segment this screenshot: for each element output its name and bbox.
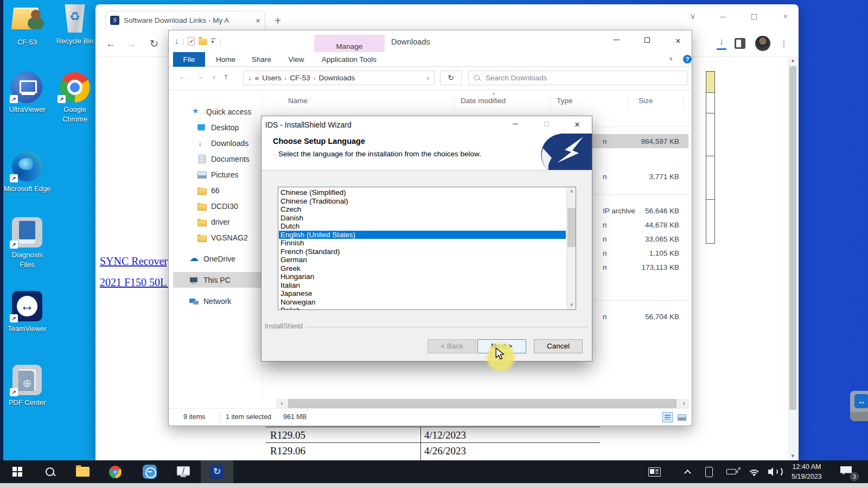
taskbar-installer-button-active[interactable]: ↻ bbox=[201, 460, 233, 483]
sidebar-item-quick-access[interactable]: Quick access bbox=[173, 104, 261, 119]
sidebar-item-desktop[interactable]: Desktop bbox=[173, 119, 261, 135]
downloads-tray-icon[interactable]: ↓ bbox=[714, 36, 729, 50]
language-option[interactable]: Hungarian bbox=[279, 272, 566, 281]
language-listbox[interactable]: Chinese (Simplified)Chinese (Traditional… bbox=[278, 187, 576, 310]
nav-up-icon[interactable]: ↑ bbox=[224, 72, 228, 81]
details-view-button[interactable] bbox=[662, 412, 673, 422]
explorer-close-button[interactable]: × bbox=[672, 35, 685, 47]
scroll-up-icon[interactable]: ∧ bbox=[567, 187, 576, 196]
column-header-type[interactable]: Type bbox=[557, 97, 572, 105]
dialog-minimize-button[interactable] bbox=[508, 119, 522, 130]
language-option[interactable]: Italian bbox=[279, 281, 566, 290]
desktop-icon-pdf[interactable]: ↗PDF Center bbox=[3, 365, 51, 408]
desktop-icon-teamviewer[interactable]: ↗TeamViewer bbox=[3, 291, 51, 334]
language-option[interactable]: Finnish bbox=[279, 239, 566, 248]
address-dropdown-icon[interactable]: ∨ bbox=[426, 75, 430, 81]
language-option[interactable]: Chinese (Simplified) bbox=[279, 188, 566, 197]
language-option[interactable]: Czech bbox=[279, 205, 566, 214]
notification-center-button[interactable]: 3 bbox=[837, 460, 860, 483]
sidebar-item-downloads[interactable]: Downloads bbox=[173, 135, 261, 151]
browser-menu-icon[interactable]: ⋮ bbox=[779, 36, 789, 52]
language-option[interactable]: Greek bbox=[279, 264, 566, 273]
properties-icon[interactable] bbox=[188, 37, 195, 46]
tab-close-icon[interactable]: × bbox=[256, 16, 260, 25]
refresh-button[interactable]: ↻ bbox=[440, 71, 462, 85]
side-panel-icon[interactable] bbox=[735, 38, 745, 49]
help-icon[interactable]: ? bbox=[683, 55, 692, 64]
browser-scrollbar[interactable]: ▲ ▼ bbox=[788, 56, 798, 460]
scrollbar-thumb[interactable] bbox=[288, 399, 676, 409]
browser-minimize-button[interactable] bbox=[716, 10, 730, 23]
nav-back-icon[interactable]: ← bbox=[178, 72, 187, 81]
new-folder-icon[interactable] bbox=[199, 39, 207, 45]
tab-share[interactable]: Share bbox=[246, 52, 277, 67]
cancel-button[interactable]: Cancel bbox=[534, 339, 583, 353]
breadcrumb-downloads[interactable]: Downloads bbox=[318, 74, 355, 82]
sidebar-item-documents[interactable]: Documents bbox=[173, 151, 261, 167]
scroll-down-icon[interactable]: ▼ bbox=[788, 452, 798, 460]
language-option[interactable]: Chinese (Traditional) bbox=[279, 197, 566, 206]
sidebar-item-66[interactable]: 66 bbox=[173, 182, 261, 198]
scrollbar-thumb[interactable] bbox=[567, 208, 576, 247]
profile-avatar[interactable] bbox=[755, 36, 770, 51]
language-option[interactable]: Polish bbox=[279, 306, 566, 310]
page-link[interactable]: 2021 F150 50L I bbox=[100, 276, 173, 289]
breadcrumb-users[interactable]: Users bbox=[262, 74, 281, 82]
column-header-date-modified[interactable]: Date modified bbox=[461, 97, 506, 105]
tray-overflow-button[interactable] bbox=[679, 460, 695, 483]
teamviewer-mini-panel[interactable] bbox=[850, 391, 868, 421]
new-tab-button[interactable]: + bbox=[275, 14, 281, 27]
sidebar-item-onedrive[interactable]: OneDrive bbox=[173, 251, 261, 267]
desktop-icon-ultraviewer[interactable]: ↗UltraViewer bbox=[3, 72, 51, 115]
volume-icon[interactable] bbox=[765, 460, 783, 483]
taskbar-file-explorer-button[interactable] bbox=[66, 460, 99, 483]
desktop-icon-cf53[interactable]: CF-53 bbox=[3, 4, 51, 47]
forward-icon[interactable]: → bbox=[124, 36, 139, 52]
battery-status-icon[interactable] bbox=[722, 460, 741, 483]
tab-search-chevron-icon[interactable]: ∨ bbox=[686, 10, 700, 23]
browser-tab[interactable]: S Software Download Links - My A × bbox=[105, 11, 265, 29]
scroll-up-icon[interactable]: ▲ bbox=[788, 56, 798, 65]
ribbon-collapse-icon[interactable]: ∨ bbox=[669, 55, 673, 61]
desktop-icon-edge[interactable]: ↗Microsoft Edge bbox=[3, 151, 51, 194]
nav-forward-icon[interactable]: → bbox=[196, 72, 204, 81]
scroll-down-icon[interactable]: ∨ bbox=[567, 301, 576, 309]
tab-view[interactable]: View bbox=[282, 52, 311, 67]
news-widget-button[interactable] bbox=[643, 460, 665, 483]
language-option[interactable]: Danish bbox=[279, 214, 566, 223]
breadcrumb-cf53[interactable]: CF-53 bbox=[290, 74, 310, 82]
desktop-icon-diagnosis[interactable]: ↗Diagnosis Files bbox=[3, 217, 51, 269]
search-input[interactable]: Search Downloads bbox=[468, 71, 687, 85]
back-icon[interactable]: ← bbox=[103, 36, 118, 52]
desktop-icon-chrome[interactable]: ↗Google Chrome bbox=[51, 72, 99, 124]
explorer-maximize-button[interactable] bbox=[641, 35, 654, 47]
scroll-right-icon[interactable]: › bbox=[678, 399, 690, 409]
sidebar-item-dcdi30[interactable]: DCDI30 bbox=[173, 198, 261, 214]
column-header-name[interactable]: Name bbox=[288, 97, 308, 105]
browser-close-button[interactable]: × bbox=[778, 10, 793, 23]
sidebar-item-driver[interactable]: driver bbox=[173, 214, 261, 230]
downloads-folder-icon[interactable]: ↓ bbox=[174, 36, 178, 46]
scroll-left-icon[interactable]: ‹ bbox=[276, 399, 288, 409]
language-option[interactable]: French (Standard) bbox=[279, 248, 566, 256]
sidebar-item-network[interactable]: Network bbox=[173, 293, 261, 309]
sidebar-item-vgsnag2[interactable]: VGSNAG2 bbox=[173, 230, 261, 245]
language-option[interactable]: Norwegian bbox=[279, 298, 566, 307]
language-option[interactable]: Japanese bbox=[279, 289, 566, 298]
list-scrollbar[interactable]: ∧ ∨ bbox=[566, 187, 576, 309]
sidebar-item-pictures[interactable]: Pictures bbox=[173, 167, 261, 182]
reload-icon[interactable]: ↻ bbox=[146, 36, 162, 52]
tablet-mode-icon[interactable] bbox=[701, 460, 717, 483]
taskbar-clock[interactable]: 12:40 AM 5/19/2023 bbox=[783, 460, 830, 483]
language-option[interactable]: English (United States) bbox=[279, 231, 566, 239]
address-bar[interactable]: ↓ « Users › CF-53 › Downloads ∨ bbox=[243, 71, 435, 85]
dialog-title-bar[interactable]: IDS - InstallShield Wizard × bbox=[261, 116, 592, 134]
tab-file[interactable]: File bbox=[173, 52, 205, 67]
browser-maximize-button[interactable] bbox=[747, 10, 761, 23]
language-option[interactable]: German bbox=[279, 256, 566, 264]
taskbar-remote-app-button[interactable] bbox=[133, 460, 166, 483]
manage-contextual-tab[interactable]: Manage bbox=[314, 35, 385, 52]
language-option[interactable]: Dutch bbox=[279, 222, 566, 231]
page-link[interactable]: SYNC Recovery bbox=[100, 255, 173, 268]
horizontal-scrollbar[interactable]: ‹ › bbox=[276, 399, 690, 409]
